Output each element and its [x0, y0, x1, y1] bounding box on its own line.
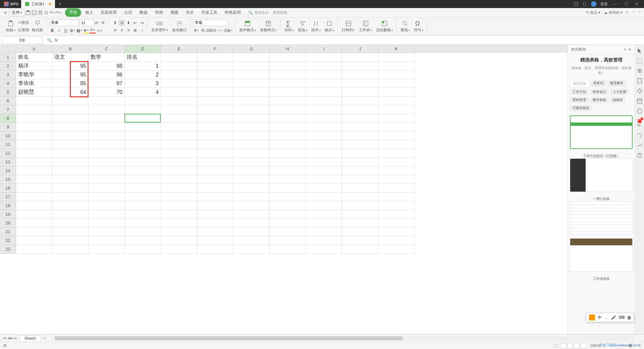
cell[interactable] [161, 62, 197, 70]
align-middle-button[interactable]: ≡ [119, 20, 125, 26]
row-header[interactable]: 3 [0, 70, 16, 79]
template-item[interactable]: 工作计划总结（日历版） [570, 152, 633, 192]
cell[interactable] [342, 201, 378, 210]
cell[interactable] [270, 158, 306, 166]
font-size-select[interactable] [79, 19, 94, 26]
cell[interactable] [197, 166, 233, 175]
cell[interactable] [270, 193, 306, 201]
rowcol-button[interactable]: 行和列 [340, 19, 356, 33]
menu-icon[interactable]: ≡ [3, 10, 8, 15]
row-header[interactable]: 22 [0, 236, 16, 245]
row-header[interactable]: 21 [0, 228, 16, 236]
cell[interactable] [270, 228, 306, 236]
cell[interactable] [306, 184, 342, 193]
ime-punct[interactable]: ， [604, 315, 608, 320]
cell[interactable] [306, 70, 342, 79]
window-mode-icon[interactable] [574, 2, 578, 6]
align-right-button[interactable]: ≡ [125, 27, 131, 33]
fullscreen-icon[interactable]: ⛶ [553, 344, 557, 348]
cell[interactable] [125, 158, 161, 166]
network-icon[interactable] [637, 142, 643, 148]
underline-button[interactable]: U [63, 28, 69, 34]
row-header[interactable]: 17 [0, 193, 16, 201]
col-header[interactable]: I [306, 45, 342, 53]
align-top-button[interactable]: ⬆ [112, 20, 118, 26]
cell[interactable] [16, 193, 52, 201]
sort-button[interactable]: 排序 [310, 19, 322, 33]
row-header[interactable]: 6 [0, 97, 16, 105]
cell[interactable] [270, 201, 306, 210]
font-name-select[interactable] [49, 19, 79, 26]
panel-tag[interactable]: 财务会计 [590, 89, 609, 95]
border-button[interactable]: ⊞ [69, 28, 75, 34]
cell[interactable] [378, 228, 415, 236]
cell[interactable] [52, 114, 89, 123]
cell[interactable] [161, 219, 197, 228]
redo-icon[interactable]: ↷ [56, 10, 61, 15]
print-preview-icon[interactable] [44, 10, 49, 15]
cell[interactable] [233, 175, 270, 184]
cell[interactable] [161, 193, 197, 201]
cell[interactable] [89, 123, 125, 132]
fx-icon[interactable]: fx [55, 38, 58, 43]
cell[interactable] [378, 123, 415, 132]
cell[interactable] [161, 201, 197, 210]
cell[interactable] [306, 132, 342, 140]
cell[interactable] [378, 114, 415, 123]
pagebreak-view-button[interactable] [574, 343, 580, 348]
cell[interactable] [342, 184, 378, 193]
cell[interactable] [306, 149, 342, 158]
cell[interactable]: 赵晓慧 [16, 88, 52, 97]
tab-formula[interactable]: 公式 [121, 8, 136, 17]
cell[interactable] [378, 132, 415, 140]
cell[interactable] [16, 166, 52, 175]
cell[interactable] [161, 166, 197, 175]
cell[interactable] [197, 201, 233, 210]
cell[interactable] [197, 149, 233, 158]
cell[interactable] [270, 62, 306, 70]
cell[interactable] [233, 114, 270, 123]
ime-grid-icon[interactable]: ▦ [627, 315, 631, 320]
cell[interactable] [16, 219, 52, 228]
cell[interactable] [161, 228, 197, 236]
cell-style-button[interactable]: ▦ [76, 28, 82, 34]
align-left-button[interactable]: ≡ [112, 27, 118, 33]
panel-tag[interactable]: 教育教学 [607, 80, 626, 87]
currency-button[interactable]: ¥ [193, 28, 199, 34]
cell[interactable] [378, 210, 415, 219]
cell[interactable] [125, 193, 161, 201]
cell[interactable] [197, 132, 233, 140]
tab-special[interactable]: 特色应用 [221, 8, 244, 17]
cell[interactable]: 语文 [52, 53, 89, 62]
wrap-text-button[interactable]: 自动换行 [171, 19, 188, 33]
cell[interactable] [270, 245, 306, 254]
backup-icon[interactable] [637, 108, 643, 114]
normal-view-button[interactable] [560, 343, 567, 348]
cell[interactable] [89, 236, 125, 245]
cell[interactable] [233, 132, 270, 140]
cell[interactable] [16, 114, 52, 123]
row-header[interactable]: 16 [0, 184, 16, 193]
cell[interactable]: 李晓华 [16, 70, 52, 79]
template-item[interactable] [570, 115, 633, 149]
save-as-icon[interactable] [32, 10, 37, 15]
cell[interactable] [342, 228, 378, 236]
zoom-level[interactable]: 190% [590, 344, 599, 348]
cell[interactable] [197, 79, 233, 88]
cell[interactable] [342, 193, 378, 201]
cell[interactable] [270, 175, 306, 184]
paste-button[interactable]: 粘贴 [5, 19, 17, 33]
help-icon[interactable]: ? [626, 11, 628, 15]
cell[interactable] [52, 166, 89, 175]
cell[interactable] [16, 158, 52, 166]
cell[interactable] [342, 97, 378, 105]
cell[interactable] [89, 210, 125, 219]
cell[interactable] [378, 97, 415, 105]
cell[interactable]: 1 [125, 62, 161, 70]
col-header[interactable]: E [161, 45, 197, 53]
cell[interactable] [89, 245, 125, 254]
name-box[interactable]: D8 [2, 37, 42, 44]
row-header[interactable]: 4 [0, 79, 16, 88]
symbol-button[interactable]: Ω符号 [413, 19, 425, 33]
cell[interactable] [378, 105, 415, 114]
